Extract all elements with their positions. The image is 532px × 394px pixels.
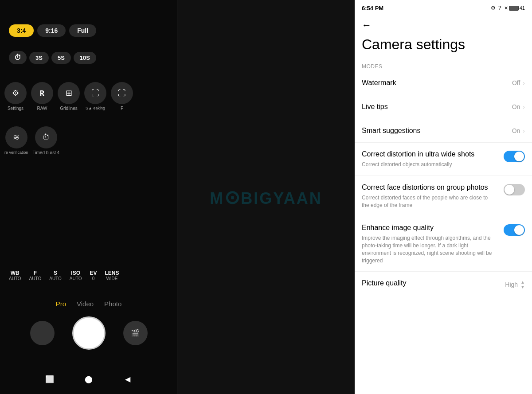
watermark-text: M⊙BIGYAAN: [210, 186, 322, 208]
aspect-9-16[interactable]: 9:16: [37, 24, 66, 37]
battery-percent: 41: [520, 5, 525, 11]
s-label: AUTO: [49, 276, 62, 281]
raw-circle: R: [31, 82, 53, 104]
gridlines-circle: ⊞: [58, 82, 80, 104]
camera-icons-row1: ⚙ Settings R RAW ⊞ Gridlines ⛶ S▲ eaking…: [4, 82, 133, 111]
timer-10s[interactable]: 10S: [74, 52, 96, 64]
iso-value: ISO: [71, 270, 80, 276]
raw-label: RAW: [37, 106, 47, 111]
iso-label: AUTO: [70, 276, 82, 281]
aspect-3-4[interactable]: 3:4: [9, 24, 34, 37]
settings-status-icon: ⚙: [491, 5, 496, 11]
battery-icon: ✕ 41: [504, 5, 525, 11]
camera-right-panel: 720P30FPS 1080P30FPS 1080P60FPS 4K30FPS …: [177, 0, 355, 394]
enhance-image-right: [494, 223, 525, 236]
lens-control[interactable]: LENS WIDE: [105, 270, 119, 281]
status-bar: 6:54 PM ⚙ ? ✕ 41: [355, 0, 532, 16]
timed-burst-label: Timed burst 4: [33, 150, 60, 155]
smart-suggestions-value: On: [512, 127, 520, 134]
live-tips-value: On: [512, 103, 520, 110]
arrow-up-icon: ▲: [520, 280, 525, 285]
manual-controls-row: WB AUTO F AUTO S AUTO ISO AUTO EV 0 LENS…: [0, 270, 177, 281]
timed-burst-icon-btn[interactable]: ⏱ Timed burst 4: [33, 126, 60, 155]
ev-label: 0: [92, 276, 95, 281]
left-nav-bar: ⬜ ⬤ ◀: [0, 373, 177, 385]
enhance-image-left: Enhance image quality Improve the imagin…: [362, 223, 494, 264]
enhance-image-desc: Improve the imaging effect through algor…: [362, 234, 494, 264]
watermark-name: Watermark: [362, 78, 494, 88]
correct-distortion-right: [494, 150, 525, 162]
smart-suggestions-setting[interactable]: Smart suggestions On ›: [355, 119, 532, 143]
correct-distortion-desc: Correct distorted objects automatically: [362, 161, 494, 168]
status-time: 6:54 PM: [362, 5, 383, 12]
correct-distortion-left: Correct distortion in ultra wide shots C…: [362, 150, 494, 168]
settings-icon-btn[interactable]: ⚙ Settings: [4, 82, 27, 111]
speaking-label: S▲ eaking: [86, 106, 105, 110]
left-shutter-area: 🎬: [0, 316, 177, 350]
f-label: AUTO: [29, 276, 42, 281]
updown-arrows[interactable]: ▲ ▼: [520, 280, 525, 289]
live-tips-chevron: ›: [523, 103, 525, 110]
timer-row: ⏱ 3S 5S 10S: [9, 51, 96, 64]
iso-control[interactable]: ISO AUTO: [70, 270, 82, 281]
modes-section-label: MODES: [355, 60, 532, 71]
gridlines-icon-btn[interactable]: ⊞ Gridlines: [58, 82, 80, 111]
timed-burst-circle: ⏱: [35, 126, 57, 148]
verification-icon-btn[interactable]: ≋ re verification: [4, 126, 28, 155]
battery-x-icon: ✕: [504, 5, 508, 11]
left-mode-tabs: Pro Video Photo: [0, 300, 177, 308]
correct-face-setting[interactable]: Correct face distortions on group photos…: [355, 176, 532, 216]
live-tips-left: Live tips: [362, 102, 494, 112]
nav-square-left[interactable]: ⬜: [43, 373, 56, 385]
timer-clock-icon[interactable]: ⏱: [9, 51, 27, 64]
shutter-button[interactable]: [72, 316, 106, 350]
timer-3s[interactable]: 3S: [29, 52, 49, 64]
picture-quality-left: Picture quality: [362, 279, 494, 288]
raw-icon-btn[interactable]: R RAW: [31, 82, 53, 111]
live-tips-setting[interactable]: Live tips On ›: [355, 95, 532, 119]
smart-suggestions-left: Smart suggestions: [362, 126, 494, 136]
aspect-full[interactable]: Full: [69, 24, 96, 37]
speaking-icon-btn[interactable]: ⛶ S▲ eaking: [84, 82, 106, 111]
tab-pro[interactable]: Pro: [56, 300, 66, 308]
status-icons: ⚙ ? ✕ 41: [491, 5, 525, 11]
correct-face-desc: Correct distorted faces of the people wh…: [362, 194, 494, 209]
speaking-circle: ⛶: [84, 82, 106, 104]
f-control[interactable]: F AUTO: [29, 270, 42, 281]
correct-distortion-knob: [514, 152, 524, 161]
lens-label: WIDE: [106, 276, 117, 281]
wb-control[interactable]: WB AUTO: [9, 270, 21, 281]
f-icon-btn[interactable]: ⛶ F: [111, 82, 133, 111]
video-camera-icon: 🎬: [131, 329, 140, 337]
nav-circle-left[interactable]: ⬤: [82, 373, 95, 385]
picture-quality-setting[interactable]: Picture quality High ▲ ▼: [355, 272, 532, 296]
enhance-image-setting[interactable]: Enhance image quality Improve the imagin…: [355, 216, 532, 272]
verification-circle: ≋: [5, 126, 27, 148]
battery-level: [509, 6, 519, 11]
watermark-setting[interactable]: Watermark Off ›: [355, 71, 532, 95]
correct-distortion-toggle[interactable]: [504, 151, 525, 162]
watermark-right: Off ›: [494, 78, 525, 86]
enhance-image-toggle[interactable]: [504, 224, 525, 236]
settings-title: Camera settings: [355, 35, 532, 60]
wb-label: AUTO: [9, 276, 21, 281]
camera-panel: 3:4 9:16 Full ⏱ 3S 5S 10S ⚙ Settings R R…: [0, 0, 355, 394]
ev-value: EV: [90, 270, 97, 276]
back-button[interactable]: ←: [355, 16, 532, 35]
nav-back-left[interactable]: ◀: [121, 373, 134, 385]
s-control[interactable]: S AUTO: [49, 270, 62, 281]
correct-distortion-setting[interactable]: Correct distortion in ultra wide shots C…: [355, 143, 532, 176]
live-tips-right: On ›: [494, 102, 525, 110]
left-side-button[interactable]: [30, 321, 55, 345]
ev-control[interactable]: EV 0: [90, 270, 97, 281]
correct-face-name: Correct face distortions on group photos: [362, 183, 494, 192]
timer-5s[interactable]: 5S: [51, 52, 71, 64]
correct-face-toggle[interactable]: [504, 184, 525, 195]
live-tips-name: Live tips: [362, 102, 494, 112]
watermark-value: Off: [512, 79, 520, 86]
right-side-button[interactable]: 🎬: [123, 321, 148, 345]
settings-circle: ⚙: [4, 82, 27, 104]
s-value: S: [54, 270, 57, 276]
tab-video[interactable]: Video: [77, 300, 94, 308]
tab-photo[interactable]: Photo: [104, 300, 121, 308]
